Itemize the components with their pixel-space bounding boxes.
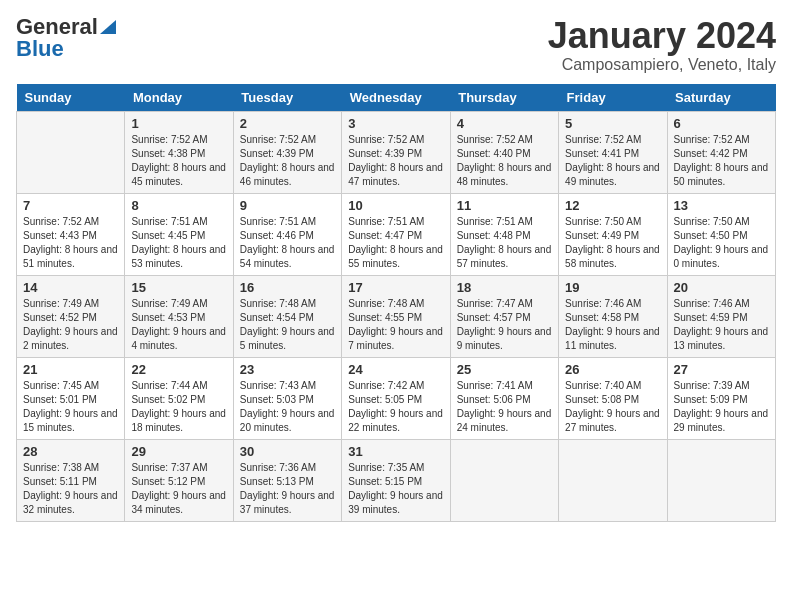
calendar-cell: 1Sunrise: 7:52 AMSunset: 4:38 PMDaylight… [125,111,233,193]
day-number: 20 [674,280,769,295]
calendar-cell: 7Sunrise: 7:52 AMSunset: 4:43 PMDaylight… [17,193,125,275]
calendar-cell: 8Sunrise: 7:51 AMSunset: 4:45 PMDaylight… [125,193,233,275]
calendar-cell: 17Sunrise: 7:48 AMSunset: 4:55 PMDayligh… [342,275,450,357]
title-area: January 2024 Camposampiero, Veneto, Ital… [548,16,776,74]
day-number: 2 [240,116,335,131]
calendar-cell: 27Sunrise: 7:39 AMSunset: 5:09 PMDayligh… [667,357,775,439]
day-number: 31 [348,444,443,459]
calendar-cell: 13Sunrise: 7:50 AMSunset: 4:50 PMDayligh… [667,193,775,275]
day-info: Sunrise: 7:52 AMSunset: 4:42 PMDaylight:… [674,133,769,189]
day-number: 5 [565,116,660,131]
calendar-week-row: 1Sunrise: 7:52 AMSunset: 4:38 PMDaylight… [17,111,776,193]
calendar-cell: 31Sunrise: 7:35 AMSunset: 5:15 PMDayligh… [342,439,450,521]
calendar-cell: 12Sunrise: 7:50 AMSunset: 4:49 PMDayligh… [559,193,667,275]
day-number: 16 [240,280,335,295]
logo-triangle-icon [100,16,116,34]
day-number: 7 [23,198,118,213]
day-info: Sunrise: 7:49 AMSunset: 4:53 PMDaylight:… [131,297,226,353]
day-info: Sunrise: 7:51 AMSunset: 4:48 PMDaylight:… [457,215,552,271]
col-header-monday: Monday [125,84,233,112]
day-number: 14 [23,280,118,295]
day-number: 12 [565,198,660,213]
calendar-table: SundayMondayTuesdayWednesdayThursdayFrid… [16,84,776,522]
calendar-cell: 26Sunrise: 7:40 AMSunset: 5:08 PMDayligh… [559,357,667,439]
calendar-header-row: SundayMondayTuesdayWednesdayThursdayFrid… [17,84,776,112]
day-info: Sunrise: 7:43 AMSunset: 5:03 PMDaylight:… [240,379,335,435]
day-number: 19 [565,280,660,295]
day-info: Sunrise: 7:52 AMSunset: 4:38 PMDaylight:… [131,133,226,189]
day-info: Sunrise: 7:46 AMSunset: 4:59 PMDaylight:… [674,297,769,353]
calendar-cell: 11Sunrise: 7:51 AMSunset: 4:48 PMDayligh… [450,193,558,275]
day-info: Sunrise: 7:51 AMSunset: 4:46 PMDaylight:… [240,215,335,271]
day-info: Sunrise: 7:46 AMSunset: 4:58 PMDaylight:… [565,297,660,353]
day-number: 27 [674,362,769,377]
calendar-cell [17,111,125,193]
calendar-cell: 3Sunrise: 7:52 AMSunset: 4:39 PMDaylight… [342,111,450,193]
day-info: Sunrise: 7:48 AMSunset: 4:54 PMDaylight:… [240,297,335,353]
calendar-cell: 21Sunrise: 7:45 AMSunset: 5:01 PMDayligh… [17,357,125,439]
day-number: 17 [348,280,443,295]
day-info: Sunrise: 7:47 AMSunset: 4:57 PMDaylight:… [457,297,552,353]
day-info: Sunrise: 7:41 AMSunset: 5:06 PMDaylight:… [457,379,552,435]
calendar-cell [667,439,775,521]
calendar-cell: 30Sunrise: 7:36 AMSunset: 5:13 PMDayligh… [233,439,341,521]
calendar-cell: 10Sunrise: 7:51 AMSunset: 4:47 PMDayligh… [342,193,450,275]
day-info: Sunrise: 7:51 AMSunset: 4:47 PMDaylight:… [348,215,443,271]
logo: General Blue [16,16,116,60]
day-number: 24 [348,362,443,377]
day-number: 13 [674,198,769,213]
day-info: Sunrise: 7:50 AMSunset: 4:50 PMDaylight:… [674,215,769,271]
calendar-week-row: 21Sunrise: 7:45 AMSunset: 5:01 PMDayligh… [17,357,776,439]
calendar-cell: 5Sunrise: 7:52 AMSunset: 4:41 PMDaylight… [559,111,667,193]
day-number: 8 [131,198,226,213]
calendar-cell: 20Sunrise: 7:46 AMSunset: 4:59 PMDayligh… [667,275,775,357]
calendar-cell: 2Sunrise: 7:52 AMSunset: 4:39 PMDaylight… [233,111,341,193]
calendar-week-row: 7Sunrise: 7:52 AMSunset: 4:43 PMDaylight… [17,193,776,275]
day-info: Sunrise: 7:36 AMSunset: 5:13 PMDaylight:… [240,461,335,517]
calendar-cell: 28Sunrise: 7:38 AMSunset: 5:11 PMDayligh… [17,439,125,521]
day-info: Sunrise: 7:38 AMSunset: 5:11 PMDaylight:… [23,461,118,517]
day-info: Sunrise: 7:39 AMSunset: 5:09 PMDaylight:… [674,379,769,435]
day-info: Sunrise: 7:50 AMSunset: 4:49 PMDaylight:… [565,215,660,271]
col-header-wednesday: Wednesday [342,84,450,112]
calendar-cell: 6Sunrise: 7:52 AMSunset: 4:42 PMDaylight… [667,111,775,193]
day-number: 6 [674,116,769,131]
day-info: Sunrise: 7:44 AMSunset: 5:02 PMDaylight:… [131,379,226,435]
month-title: January 2024 [548,16,776,56]
logo-blue-text: Blue [16,38,116,60]
calendar-cell: 9Sunrise: 7:51 AMSunset: 4:46 PMDaylight… [233,193,341,275]
day-number: 9 [240,198,335,213]
day-number: 11 [457,198,552,213]
col-header-thursday: Thursday [450,84,558,112]
logo-general-text: General [16,16,98,38]
calendar-cell [559,439,667,521]
calendar-cell: 18Sunrise: 7:47 AMSunset: 4:57 PMDayligh… [450,275,558,357]
calendar-cell: 22Sunrise: 7:44 AMSunset: 5:02 PMDayligh… [125,357,233,439]
calendar-cell: 16Sunrise: 7:48 AMSunset: 4:54 PMDayligh… [233,275,341,357]
day-number: 28 [23,444,118,459]
day-info: Sunrise: 7:52 AMSunset: 4:43 PMDaylight:… [23,215,118,271]
calendar-week-row: 14Sunrise: 7:49 AMSunset: 4:52 PMDayligh… [17,275,776,357]
calendar-cell: 15Sunrise: 7:49 AMSunset: 4:53 PMDayligh… [125,275,233,357]
day-number: 30 [240,444,335,459]
calendar-cell: 14Sunrise: 7:49 AMSunset: 4:52 PMDayligh… [17,275,125,357]
day-number: 10 [348,198,443,213]
day-info: Sunrise: 7:52 AMSunset: 4:40 PMDaylight:… [457,133,552,189]
day-number: 3 [348,116,443,131]
day-number: 29 [131,444,226,459]
day-info: Sunrise: 7:42 AMSunset: 5:05 PMDaylight:… [348,379,443,435]
calendar-cell: 24Sunrise: 7:42 AMSunset: 5:05 PMDayligh… [342,357,450,439]
col-header-tuesday: Tuesday [233,84,341,112]
day-info: Sunrise: 7:52 AMSunset: 4:39 PMDaylight:… [348,133,443,189]
calendar-cell: 4Sunrise: 7:52 AMSunset: 4:40 PMDaylight… [450,111,558,193]
day-info: Sunrise: 7:52 AMSunset: 4:39 PMDaylight:… [240,133,335,189]
calendar-cell: 25Sunrise: 7:41 AMSunset: 5:06 PMDayligh… [450,357,558,439]
day-number: 1 [131,116,226,131]
day-number: 4 [457,116,552,131]
day-number: 15 [131,280,226,295]
col-header-friday: Friday [559,84,667,112]
day-info: Sunrise: 7:40 AMSunset: 5:08 PMDaylight:… [565,379,660,435]
calendar-week-row: 28Sunrise: 7:38 AMSunset: 5:11 PMDayligh… [17,439,776,521]
day-info: Sunrise: 7:37 AMSunset: 5:12 PMDaylight:… [131,461,226,517]
calendar-cell [450,439,558,521]
